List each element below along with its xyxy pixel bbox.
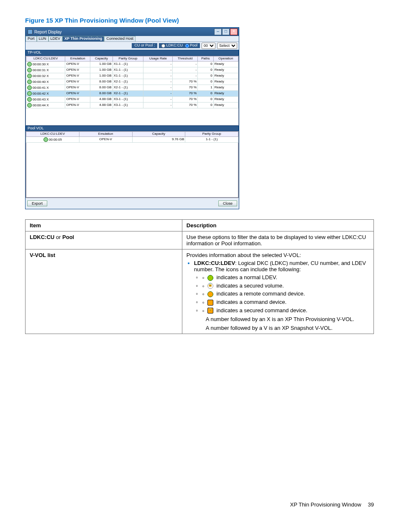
tpvol-grid: LDKC:CU:LDEV Emulation Capacity Parity G…	[26, 56, 239, 126]
ldev-icon	[27, 85, 32, 90]
vvol-ldkc-item: LDKC:CU:LDEV: Logical DKC (LDKC) number,…	[194, 260, 369, 331]
desc-item-pool: Pool	[62, 234, 74, 240]
col-threshold[interactable]: Threshold	[173, 56, 198, 61]
tab-port[interactable]: Port	[26, 36, 37, 41]
vvol-intro: Provides information about the selected …	[187, 252, 369, 258]
ldkc-label: LDKC:CU:LDEV	[194, 260, 235, 266]
col-emulation[interactable]: Emulation	[65, 56, 90, 61]
table-row[interactable]: 00:00:43 XOPEN-V4.88 GBX3-1 - (1)-70 %0R…	[26, 96, 238, 102]
close-button[interactable]: ×	[230, 28, 238, 35]
tpvol-section-header: TP-VOL	[26, 50, 239, 56]
tab-xp-thin-provisioning[interactable]: XP Thin Provisioning	[62, 36, 104, 41]
report-window: Report Display – □ × Port LUN LDEV XP Th…	[25, 27, 239, 209]
table-row[interactable]: 00:00:41 XOPEN-V8.00 GBX2-1 - (1)-70 %1R…	[26, 85, 238, 90]
col-capacity[interactable]: Capacity	[90, 56, 113, 61]
table-row[interactable]: 00:00:44 XOPEN-V4.88 GBX3-1 - (1)-70 %0R…	[26, 102, 238, 108]
ldev-icon	[27, 80, 32, 84]
icon-remote-desc: indicates a remote command device.	[202, 290, 369, 297]
normal-ldev-icon	[207, 275, 213, 281]
col-poolvol-emulation[interactable]: Emulation	[79, 132, 132, 137]
radio-pool[interactable]: Pool	[185, 44, 197, 48]
filter-label: CU or Pool :	[132, 43, 157, 48]
remote-command-device-icon	[207, 291, 213, 297]
desc-header-description: Description	[182, 220, 373, 231]
icon-secured-desc: indicates a secured volume.	[202, 283, 369, 289]
col-ldev[interactable]: LDKC:CU:LDEV	[26, 56, 65, 61]
vvol-note-x: A number followed by an X is an XP Thin …	[206, 316, 369, 322]
col-parity-group[interactable]: Parity Group	[113, 56, 143, 61]
table-row[interactable]: 00:00:42 XOPEN-V8.00 GBX2-1 - (1)-70 %0R…	[26, 90, 238, 96]
ldev-icon	[43, 137, 48, 142]
radio-ldkc-cu[interactable]: LDKC:CU	[161, 44, 183, 48]
col-paths[interactable]: Paths	[198, 56, 214, 61]
export-button[interactable]: Export	[27, 200, 47, 206]
desc-header-item: Item	[26, 220, 182, 231]
titlebar: Report Display – □ ×	[26, 28, 239, 36]
cu-dropdown[interactable]: 00	[202, 43, 215, 49]
ldev-icon	[27, 103, 32, 108]
app-icon	[28, 29, 33, 34]
ldev-icon	[27, 97, 32, 102]
tab-ldev[interactable]: LDEV	[49, 36, 63, 41]
poolvol-grid: LDKC:CU:LDEV Emulation Capacity Parity G…	[26, 131, 239, 198]
desc-item-ldkccu: LDKC:CU	[30, 234, 54, 240]
icon-seccmd-desc: indicates a secured command device.	[202, 307, 369, 314]
col-usage-rate[interactable]: Usage Rate	[143, 56, 173, 61]
command-device-icon	[207, 300, 213, 306]
window-title: Report Display	[34, 30, 62, 34]
table-row[interactable]: 00:00:30 XOPEN-V1.00 GBX1-1 - (1)--0Read…	[26, 61, 238, 67]
tabs: Port LUN LDEV XP Thin Provisioning Conne…	[26, 36, 239, 41]
footer-section: XP Thin Provisioning Window	[290, 501, 361, 508]
close-action-button[interactable]: Close	[218, 200, 237, 206]
desc-row-filter: LDKC:CU or Pool Use these options to fil…	[26, 231, 374, 249]
tab-lun[interactable]: LUN	[37, 36, 49, 41]
ldev-icon	[27, 62, 32, 67]
desc-row-vvol: V-VOL list Provides information about th…	[26, 249, 374, 334]
desc-item-or: or	[54, 234, 62, 240]
poolvol-section-header: Pool VOL	[26, 126, 239, 131]
ldev-icon	[27, 74, 32, 78]
ldev-icon	[27, 91, 32, 96]
col-poolvol-capacity[interactable]: Capacity	[132, 132, 185, 137]
secured-command-device-icon	[207, 308, 213, 314]
table-row[interactable]: 00:00:31 XOPEN-V1.00 GBX1-1 - (1)--0Read…	[26, 67, 238, 73]
tab-connected-host[interactable]: Connected Host	[104, 36, 136, 41]
figure-caption: Figure 15 XP Thin Provisioning Window (P…	[25, 17, 374, 24]
minimize-button[interactable]: –	[214, 28, 222, 35]
desc-item-vvol: V-VOL list	[30, 252, 55, 258]
desc-text-filter: Use these options to filter the data to …	[182, 231, 373, 249]
footer-page: 39	[368, 501, 374, 508]
table-row[interactable]: 00:00:32 XOPEN-V1.00 GBX1-1 - (1)--0Read…	[26, 73, 238, 79]
select-dropdown[interactable]: Select	[217, 43, 237, 49]
col-poolvol-ldev[interactable]: LDKC:CU:LDEV	[26, 132, 79, 137]
icon-normal-desc: indicates a normal LDEV.	[202, 274, 369, 281]
maximize-button[interactable]: □	[222, 28, 230, 35]
page-footer: XP Thin Provisioning Window 39	[25, 501, 374, 508]
vvol-note-v: A number followed by a V is an XP Snapsh…	[206, 325, 369, 331]
description-table: Item Description LDKC:CU or Pool Use the…	[25, 219, 374, 334]
filter-radio-group: LDKC:CU Pool	[159, 43, 200, 48]
table-row[interactable]: 00:00:05OPEN-V9.76 GB1-1 - (1)	[26, 137, 238, 143]
col-poolvol-parity-group[interactable]: Parity Group	[185, 132, 238, 137]
table-row[interactable]: 00:00:40 XOPEN-V8.00 GBX2-1 - (1)-70 %0R…	[26, 79, 238, 85]
filter-row: CU or Pool : LDKC:CU Pool 00 Select	[26, 41, 239, 50]
icon-cmd-desc: indicates a command device.	[202, 299, 369, 306]
col-operation[interactable]: Operation	[213, 56, 238, 61]
ldev-icon	[27, 68, 32, 72]
secured-volume-icon	[207, 283, 213, 289]
